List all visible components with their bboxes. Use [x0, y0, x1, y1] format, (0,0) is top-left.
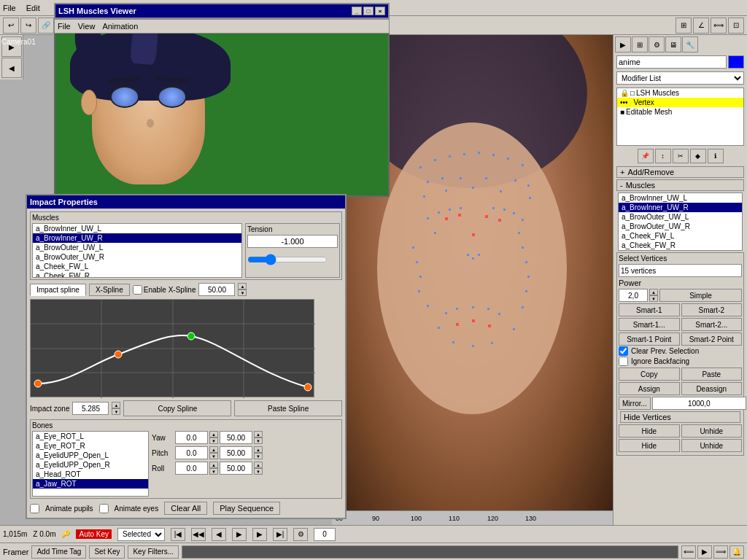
- yaw-input[interactable]: [175, 431, 208, 444]
- toolbar-scale[interactable]: ⊡: [728, 18, 744, 34]
- menu-edit[interactable]: Edit: [26, 4, 40, 12]
- transport-prev-frame[interactable]: ◀: [212, 528, 226, 541]
- right-tab-3[interactable]: ⚙: [649, 36, 665, 52]
- bottom-transport-2[interactable]: ▶: [697, 545, 712, 559]
- yaw-val2[interactable]: [220, 431, 252, 444]
- sv-input[interactable]: [619, 264, 742, 277]
- lsh-menu-animation[interactable]: Animation: [102, 22, 138, 31]
- modifier-list-dropdown[interactable]: Modifier List: [616, 71, 744, 85]
- toolbar-btn1[interactable]: 🔗: [38, 18, 54, 34]
- toolbar-undo[interactable]: ↩: [3, 18, 19, 34]
- bottom-transport-1[interactable]: ⟸: [681, 545, 696, 559]
- impact-zone-spin-up[interactable]: ▲: [112, 402, 120, 408]
- mirror-button[interactable]: Mirror...: [619, 397, 651, 410]
- right-muscles-list[interactable]: a_BrowInner_UW_L a_BrowInner_UW_R a_Brow…: [618, 192, 743, 251]
- bottom-transport-4[interactable]: 🔔: [729, 545, 744, 559]
- transport-end[interactable]: ▶|: [273, 528, 287, 541]
- menu-file[interactable]: File: [3, 4, 16, 12]
- power-spin-down[interactable]: ▼: [649, 295, 658, 302]
- hide-vertices-header[interactable]: Hide Vertices: [620, 411, 740, 423]
- pitch-input[interactable]: [175, 446, 208, 459]
- right-muscle-3[interactable]: a_BrowOuter_UW_R: [619, 222, 742, 231]
- mod-editable-mesh[interactable]: ■ Editable Mesh: [617, 107, 743, 117]
- x-spline-tab[interactable]: X-Spline: [89, 284, 130, 296]
- bottom-transport-3[interactable]: ⟹: [713, 545, 728, 559]
- frame-input[interactable]: [314, 528, 336, 541]
- tension-slider[interactable]: [247, 254, 328, 265]
- mod-vertex[interactable]: ••• Vertex: [617, 98, 743, 107]
- add-time-tag-button[interactable]: Add Time Tag: [31, 545, 86, 559]
- impact-spline-tab[interactable]: Impact spline: [30, 284, 86, 296]
- right-muscle-1[interactable]: a_BrowInner_UW_R: [619, 203, 742, 212]
- right-btn-toggle[interactable]: ◆: [690, 149, 706, 163]
- animate-eyes-checkbox[interactable]: [99, 504, 109, 513]
- lsh-minimize[interactable]: _: [352, 7, 362, 15]
- tension-value[interactable]: -1.000: [247, 235, 338, 248]
- right-muscle-4[interactable]: a_Cheek_FW_L: [619, 231, 742, 241]
- toolbar-snap[interactable]: ⊞: [676, 18, 692, 34]
- add-remove-header[interactable]: + Add/Remove: [616, 166, 744, 178]
- lsh-menu-file[interactable]: File: [58, 22, 71, 31]
- muscle-item-2[interactable]: a_BrowOuter_UW_L: [33, 243, 241, 252]
- spline-value-input[interactable]: [198, 283, 235, 296]
- pitch-spin-up[interactable]: ▲: [209, 446, 218, 453]
- roll-spin-up[interactable]: ▲: [209, 462, 218, 468]
- transport-prev[interactable]: ◀◀: [191, 528, 206, 541]
- key-filters-button[interactable]: Key Filters...: [128, 545, 179, 559]
- roll-input[interactable]: [175, 462, 208, 475]
- transport-options[interactable]: ⚙: [293, 528, 308, 541]
- muscle-item-0[interactable]: a_BrowInner_UW_L: [33, 224, 241, 233]
- right-tab-5[interactable]: 🔧: [682, 36, 698, 52]
- roll-val2[interactable]: [220, 462, 252, 475]
- simple-button[interactable]: Simple: [659, 289, 742, 302]
- right-tab-4[interactable]: 🖥: [665, 36, 681, 52]
- bone-item-5[interactable]: a_Jaw_ROT: [33, 479, 148, 489]
- roll-val2-spin-down[interactable]: ▼: [254, 468, 263, 475]
- hide-button-2[interactable]: Hide: [619, 439, 680, 452]
- mod-lsh-muscles[interactable]: 🔒 □ LSH Muscles: [617, 88, 743, 98]
- bones-listbox[interactable]: a_Eye_ROT_L a_Eye_ROT_R a_EyelidUPP_Open…: [32, 431, 149, 497]
- muscle-item-1[interactable]: a_BrowInner_UW_R: [33, 233, 241, 243]
- right-btn-info[interactable]: ℹ: [708, 149, 724, 163]
- right-muscle-5[interactable]: a_Cheek_FW_R: [619, 241, 742, 250]
- roll-spin-down[interactable]: ▼: [209, 468, 218, 475]
- vert-btn-2[interactable]: ◀: [1, 58, 22, 78]
- pitch-val2[interactable]: [220, 446, 252, 459]
- right-muscle-2[interactable]: a_BrowOuter_UW_L: [619, 212, 742, 222]
- yaw-spin-up[interactable]: ▲: [209, 431, 218, 438]
- assign-button[interactable]: Assign: [619, 382, 680, 395]
- spline-spin-down[interactable]: ▼: [238, 289, 247, 296]
- paste-button[interactable]: Paste: [681, 368, 743, 381]
- deassign-button[interactable]: Deassign: [681, 382, 743, 395]
- transport-start[interactable]: |◀: [171, 528, 185, 541]
- selected-dropdown[interactable]: Selected: [117, 528, 165, 541]
- set-key-button[interactable]: Set Key: [89, 545, 125, 559]
- smart1-button[interactable]: Smart-1: [619, 303, 680, 316]
- clear-all-button[interactable]: Clear All: [164, 502, 207, 515]
- toolbar-mirror[interactable]: ⟺: [711, 18, 727, 34]
- power-input[interactable]: [619, 289, 648, 302]
- bone-item-1[interactable]: a_Eye_ROT_R: [33, 441, 148, 451]
- muscle-item-4[interactable]: a_Cheek_FW_L: [33, 262, 241, 271]
- bone-item-4[interactable]: a_Head_ROT: [33, 470, 148, 479]
- smart1-point-button[interactable]: Smart-1 Point: [619, 332, 680, 346]
- muscle-item-5[interactable]: a_Cheek_FW_R: [33, 271, 241, 278]
- impact-zone-input[interactable]: [72, 402, 109, 415]
- paste-spline-button[interactable]: Paste Spline: [234, 400, 342, 416]
- smart2-button[interactable]: Smart-2: [681, 303, 743, 316]
- play-sequence-button[interactable]: Play Sequence: [213, 502, 280, 515]
- lsh-menu-view[interactable]: View: [78, 22, 96, 31]
- object-name-input[interactable]: [616, 55, 727, 69]
- unhide-button-1[interactable]: Unhide: [681, 424, 743, 438]
- bone-item-3[interactable]: a_EyelidUPP_Open_R: [33, 460, 148, 470]
- transport-next-frame[interactable]: ▶: [252, 528, 267, 541]
- ignore-backfacing-checkbox[interactable]: [619, 357, 628, 366]
- transport-play[interactable]: ▶: [232, 528, 247, 541]
- right-btn-delete[interactable]: ✂: [673, 149, 689, 163]
- toolbar-redo[interactable]: ↪: [20, 18, 36, 34]
- smart2-point-button[interactable]: Smart-2 Point: [681, 332, 743, 346]
- toolbar-angle[interactable]: ∠: [693, 18, 709, 34]
- right-tab-2[interactable]: ⊞: [632, 36, 648, 52]
- mirror-input[interactable]: [652, 397, 746, 410]
- bone-item-2[interactable]: a_EyelidUPP_Open_L: [33, 451, 148, 460]
